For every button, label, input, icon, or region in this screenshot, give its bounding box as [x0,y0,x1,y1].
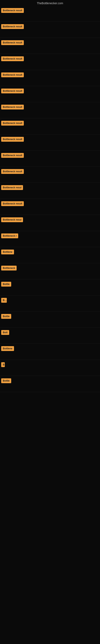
bottleneck-result-button[interactable]: Bottlene [1,250,14,254]
bottleneck-result-button[interactable]: Bo [1,298,7,303]
bottleneck-result-button[interactable]: Bottleneck result [1,56,24,61]
site-title: TheBottlenecker.com [37,2,63,5]
list-item: Bottleneck [0,263,100,279]
list-item: Bottlene [0,247,100,263]
list-item: Bottleneck result [0,199,100,215]
bottleneck-result-button[interactable]: Bottleneck resul [1,185,23,190]
list-item: Bottleneck result [0,167,100,183]
list-item: Bottleneck result [0,38,100,54]
list-item: Bottleneck resul [0,215,100,231]
bottleneck-result-button[interactable]: Bottleneck result [1,137,24,142]
bottleneck-result-button[interactable]: Bottleneck result [1,72,24,77]
bottleneck-result-button[interactable]: Bottle [1,314,11,319]
bottleneck-result-button[interactable]: Bottleneck result [1,24,24,29]
list-item: Bottleneck resul [0,183,100,199]
list-item: Bottlene [0,344,100,360]
bottleneck-result-button[interactable]: Bottleneck result [1,169,24,174]
list-item: Bottleneck result [0,102,100,118]
list-item: Bottle [0,279,100,296]
bottleneck-result-button[interactable]: Bottle [1,282,11,286]
bottleneck-result-button[interactable]: Bottleneck result [1,121,24,126]
list-item: Bottleneck result [0,54,100,70]
list-item: Bottleneck result [0,22,100,38]
bottleneck-result-button[interactable]: Bottleneck result [1,88,24,94]
bottleneck-result-button[interactable]: Bottleneck result [1,40,24,45]
list-item: Bottleneck result [0,150,100,167]
list-item: Bottleneck result [0,70,100,86]
list-item: Bottle [0,376,100,392]
bottleneck-result-button[interactable]: Bottleneck result [1,8,24,13]
bottleneck-result-button[interactable]: Bottleneck [1,266,17,270]
list-item: Bottleneck result [0,6,100,22]
list-item: B [0,360,100,376]
bottleneck-result-button[interactable]: Bottleneck result [1,153,24,158]
bottleneck-result-button[interactable]: Bottleneck result [1,201,24,206]
site-header: TheBottlenecker.com [0,0,100,6]
bottleneck-result-button[interactable]: Bottleneck resul [1,217,23,222]
list-item: Bottleneck r [0,231,100,247]
list-item: Bottleneck result [0,86,100,102]
list-item: Bottle [0,312,100,328]
list-item: Bo [0,296,100,312]
bottleneck-result-button[interactable]: Bottleneck result [1,105,24,110]
list-item: Bott [0,328,100,344]
bottleneck-result-button[interactable]: Bottle [1,378,11,383]
list-item: Bottleneck result [0,134,100,150]
list-item: Bottleneck result [0,118,100,134]
bottleneck-result-button[interactable]: Bottlene [1,346,14,351]
bottleneck-result-button[interactable]: Bott [1,330,9,335]
bottleneck-result-button[interactable]: B [1,362,5,367]
bottleneck-result-button[interactable]: Bottleneck r [1,234,18,238]
